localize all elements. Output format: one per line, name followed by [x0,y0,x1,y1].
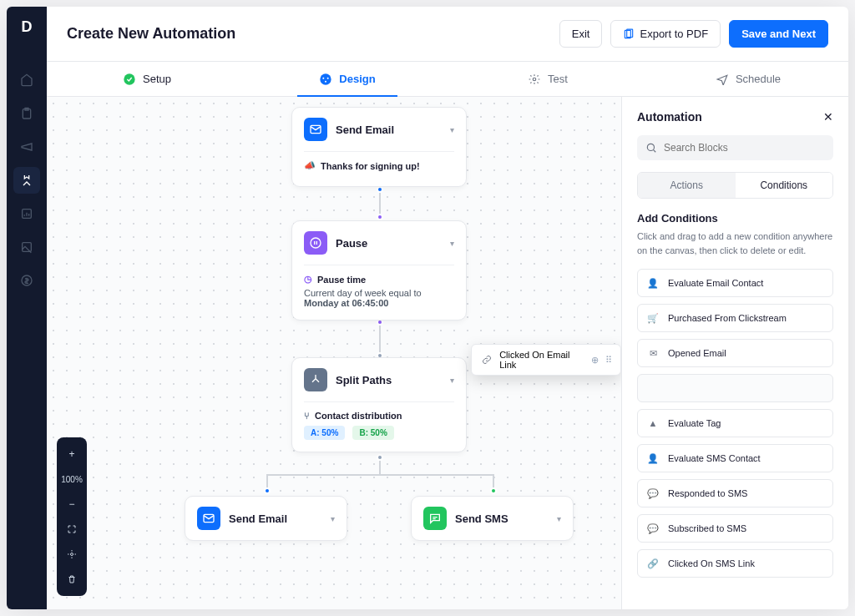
sidebar-home-icon[interactable] [13,67,40,93]
step-test[interactable]: Test [448,62,648,96]
svg-point-7 [321,73,331,84]
grip-icon: ⠿ [605,355,612,366]
exit-button[interactable]: Exit [559,20,603,48]
logo: D [7,7,47,47]
node-send-sms[interactable]: Send SMS ▾ [411,496,574,541]
pause-icon [304,231,327,255]
save-next-button[interactable]: Save and Next [729,20,828,48]
svg-point-6 [124,73,134,84]
tab-conditions[interactable]: Conditions [736,173,833,198]
page-title: Create New Automation [67,25,559,43]
chevron-down-icon[interactable]: ▾ [450,239,454,248]
chevron-down-icon[interactable]: ▾ [557,514,561,523]
svg-point-8 [323,77,325,78]
stepper: Setup Design Test Schedule [47,62,848,97]
mail-icon [304,118,327,141]
check-circle-icon [123,73,136,86]
svg-point-16 [647,144,654,150]
megaphone-icon: 📣 [304,160,316,171]
search-input[interactable] [637,135,833,160]
condition-subscribed-sms[interactable]: 💬Subscribed to SMS [637,514,833,543]
section-desc: Click and drag to add a new condition an… [637,230,833,257]
sidebar-money-icon[interactable] [13,267,40,294]
connector-dot [377,454,383,461]
condition-evaluate-email[interactable]: 👤Evaluate Email Contact [637,269,833,297]
sidebar-image-icon[interactable] [13,234,40,260]
contact-icon: 👤 [646,276,660,290]
zoom-out-button[interactable]: − [60,492,83,516]
send-icon [716,73,729,86]
svg-point-10 [325,80,326,82]
chevron-down-icon[interactable]: ▾ [450,376,454,385]
svg-point-9 [327,77,329,78]
chat-icon: 💬 [646,487,660,500]
zoom-level: 100% [60,467,83,491]
node-pause[interactable]: Pause ▾ ◷Pause time Current day of week … [291,220,467,321]
export-icon [623,28,635,40]
zoom-in-button[interactable]: + [60,442,83,466]
svg-point-11 [533,78,536,81]
connector-dot [490,487,497,494]
fit-screen-button[interactable] [60,518,83,541]
condition-opened-email[interactable]: ✉Opened Email [637,339,833,367]
sidebar-chart-icon[interactable] [13,200,40,227]
chevron-down-icon[interactable]: ▾ [450,125,454,134]
panel-tabs: Actions Conditions [637,172,833,199]
header: Create New Automation Exit Export to PDF… [47,7,848,62]
tab-actions[interactable]: Actions [638,173,736,198]
mail-open-icon: ✉ [646,346,660,360]
settings-button[interactable] [60,543,83,566]
section-title: Add Conditions [637,212,833,225]
svg-point-13 [311,238,321,248]
condition-purchased[interactable]: 🛒Purchased From Clickstream [637,304,833,332]
chat-icon: 💬 [646,522,660,535]
condition-clicked-sms-link[interactable]: 🔗Clicked On SMS Link [637,549,833,578]
canvas[interactable]: Send Email ▾ 📣Thanks for signing up! Pau… [47,97,621,609]
sidebar-clipboard-icon[interactable] [13,100,40,127]
connector [267,474,494,476]
node-send-email[interactable]: Send Email ▾ 📣Thanks for signing up! [291,107,467,187]
chevron-down-icon[interactable]: ▾ [331,514,335,523]
step-design[interactable]: Design [247,62,448,96]
connector-dot [377,214,383,220]
sms-icon [423,507,447,530]
node-send-email-b[interactable]: Send Email ▾ [185,496,347,541]
dragging-condition[interactable]: Clicked On Email Link ⊕ ⠿ [471,344,621,376]
close-icon[interactable]: ✕ [823,110,833,124]
tag-icon: ▲ [646,417,660,430]
svg-rect-2 [23,243,32,252]
branch-icon: ⑂ [304,411,310,421]
condition-evaluate-sms-contact[interactable]: 👤Evaluate SMS Contact [637,444,833,472]
gear-icon [528,73,541,86]
link-icon [480,353,493,366]
step-schedule[interactable]: Schedule [648,62,848,96]
condition-responded-sms[interactable]: 💬Responded to SMS [637,479,833,507]
zoom-toolbar: + 100% − [57,437,87,596]
condition-evaluate-tag[interactable]: ▲Evaluate Tag [637,409,833,437]
contact-icon: 👤 [646,452,660,465]
node-split-paths[interactable]: Split Paths ▾ ⑂Contact distribution A: 5… [291,357,467,452]
condition-placeholder [637,374,833,402]
delete-button[interactable] [60,568,83,591]
sidebar: D [7,7,47,609]
mail-icon [197,507,220,530]
split-icon [304,368,327,391]
panel-title: Automation [637,110,823,124]
sidebar-automation-icon[interactable] [13,167,40,194]
connector-dot [377,186,383,193]
add-icon: ⊕ [591,355,599,366]
connector-dot [264,487,271,494]
cart-icon: 🛒 [646,311,660,325]
conditions-list: 👤Evaluate Email Contact 🛒Purchased From … [637,269,833,578]
clock-icon: ◷ [304,274,312,285]
link-icon: 🔗 [646,557,660,570]
svg-point-15 [71,553,73,556]
export-pdf-button[interactable]: Export to PDF [610,20,721,48]
side-panel: Automation ✕ Actions Conditions Add Cond… [621,97,848,609]
design-icon [319,73,332,86]
search-icon [645,142,657,154]
sidebar-megaphone-icon[interactable] [13,134,40,160]
step-setup[interactable]: Setup [47,62,247,96]
